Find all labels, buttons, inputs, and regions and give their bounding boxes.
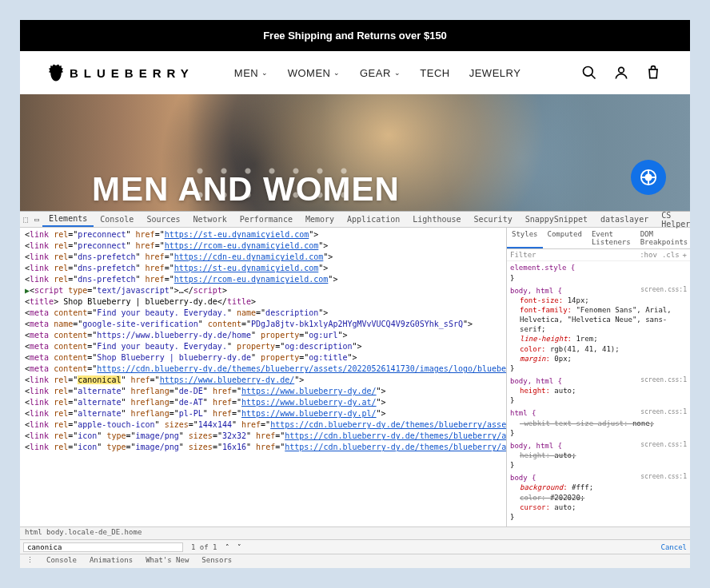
brand-text: BLUEBERRY	[70, 66, 194, 80]
devtools-tab-dataslayer[interactable]: dataslayer	[594, 213, 655, 226]
styles-tab-dom-breakpoints[interactable]: DOM Breakpoints	[636, 228, 690, 248]
header-actions	[581, 65, 661, 81]
styles-rules[interactable]: element.style {}body, html {screen.css:1…	[507, 261, 690, 526]
devtools-tab-lighthouse[interactable]: Lighthouse	[406, 213, 467, 226]
blueberry-icon	[49, 64, 63, 81]
prev-result-icon[interactable]: ˄	[225, 543, 229, 551]
chevron-down-icon: ⌄	[261, 69, 269, 77]
styles-filter-row: Filter :hov .cls +	[507, 249, 690, 261]
chat-icon	[640, 169, 657, 186]
add-rule-icon[interactable]: +	[683, 251, 687, 259]
search-result-count: 1 of 1	[191, 543, 217, 551]
search-bar: canonica 1 of 1 ˄ ˅ Cancel	[20, 539, 690, 554]
styles-tab-event-listeners[interactable]: Event Listeners	[587, 228, 636, 248]
hero-section: MEN AND WOMEN NEW COLLECTION SHOP NOW >	[20, 94, 690, 211]
nav-tech[interactable]: TECH	[420, 67, 449, 79]
devtools-tab-console[interactable]: Console	[94, 213, 140, 226]
nav-jewelry[interactable]: JEWELRY	[469, 67, 521, 79]
styles-pane: StylesComputedEvent ListenersDOM Breakpo…	[506, 228, 690, 526]
drawer-menu-icon[interactable]: ⋮	[20, 554, 40, 568]
search-input[interactable]: canonica	[23, 542, 183, 552]
devtools-tabs: ⬚ ▭ ElementsConsoleSourcesNetworkPerform…	[20, 212, 690, 228]
drawer-tab-sensors[interactable]: Sensors	[195, 554, 238, 568]
devtools-tab-snappysnippet[interactable]: SnappySnippet	[519, 213, 594, 226]
nav-men[interactable]: MEN⌄	[234, 67, 269, 79]
svg-point-4	[644, 174, 652, 181]
account-icon[interactable]	[613, 65, 629, 81]
chevron-down-icon: ⌄	[333, 69, 341, 77]
browser-frame: Free Shipping and Returns over $150 BLUE…	[20, 20, 690, 568]
site-header: BLUEBERRY MEN⌄WOMEN⌄GEAR⌄TECHJEWELRY	[20, 51, 690, 94]
drawer-tab-what-s-new[interactable]: What's New	[139, 554, 195, 568]
svg-point-2	[619, 67, 624, 73]
brand-logo[interactable]: BLUEBERRY	[49, 64, 194, 81]
devtools-tab-sources[interactable]: Sources	[140, 213, 186, 226]
next-result-icon[interactable]: ˅	[237, 543, 241, 551]
svg-line-1	[592, 75, 596, 79]
search-icon[interactable]	[581, 65, 597, 81]
devtools-tab-application[interactable]: Application	[341, 213, 406, 226]
nav-women[interactable]: WOMEN⌄	[288, 67, 341, 79]
styles-tab-styles[interactable]: Styles	[507, 228, 543, 248]
device-icon[interactable]: ▭	[31, 213, 42, 225]
drawer-tabs: ⋮ ConsoleAnimationsWhat's NewSensors	[20, 554, 690, 568]
drawer-tab-animations[interactable]: Animations	[83, 554, 139, 568]
chevron-down-icon: ⌄	[394, 69, 401, 77]
cls-toggle[interactable]: .cls	[662, 251, 680, 259]
devtools-tab-performance[interactable]: Performance	[233, 213, 299, 226]
cart-icon[interactable]	[645, 65, 661, 81]
hov-toggle[interactable]: :hov	[640, 251, 657, 259]
devtools-tab-elements[interactable]: Elements	[42, 212, 94, 227]
announcement-bar: Free Shipping and Returns over $150	[20, 20, 690, 51]
devtools-tab-security[interactable]: Security	[468, 213, 519, 226]
svg-point-0	[584, 67, 593, 77]
devtools-tab-network[interactable]: Network	[187, 213, 233, 226]
dom-breadcrumb[interactable]: html body.locale-de_DE.home	[20, 526, 690, 539]
cancel-search[interactable]: Cancel	[660, 543, 687, 551]
devtools-body: <link rel="preconnect" href="https://st-…	[20, 228, 690, 526]
nav-gear[interactable]: GEAR⌄	[360, 67, 401, 79]
inspect-icon[interactable]: ⬚	[20, 213, 31, 225]
main-nav: MEN⌄WOMEN⌄GEAR⌄TECHJEWELRY	[234, 67, 521, 79]
styles-tab-computed[interactable]: Computed	[543, 228, 587, 248]
chat-fab[interactable]	[631, 160, 666, 195]
drawer-tab-console[interactable]: Console	[40, 554, 83, 568]
dom-tree[interactable]: <link rel="preconnect" href="https://st-…	[20, 228, 506, 526]
hero-title: MEN AND WOMEN	[92, 170, 400, 209]
filter-input[interactable]: Filter	[510, 251, 536, 259]
devtools-panel: ⬚ ▭ ElementsConsoleSourcesNetworkPerform…	[20, 211, 690, 568]
styles-tabs: StylesComputedEvent ListenersDOM Breakpo…	[507, 228, 690, 249]
devtools-tab-memory[interactable]: Memory	[299, 213, 341, 226]
